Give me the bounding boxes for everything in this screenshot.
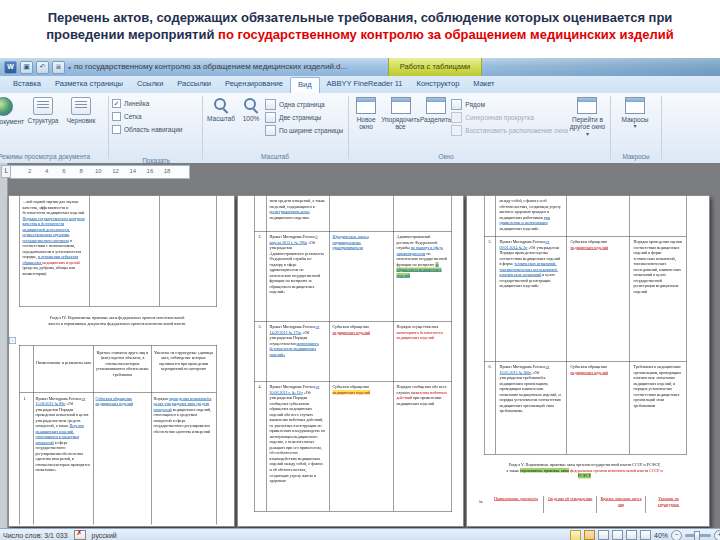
screenshot-root: Перечень актов, содержащих обязательные … (0, 0, 720, 540)
ribbon-separator (202, 96, 203, 159)
zoom-button[interactable]: Масштаб (205, 93, 237, 122)
checkbox-icon (112, 125, 121, 134)
table-move-handle[interactable]: + (9, 337, 16, 344)
cell-text: Приказ Минздрава России (270, 385, 316, 390)
table-cell: Порядок проведения испытаний в целях утв… (154, 396, 214, 435)
one-page-button[interactable]: Одна страница (265, 98, 343, 111)
table-border (630, 196, 631, 454)
page-width-button[interactable]: По ширине страницы (265, 124, 343, 137)
tab-mailings[interactable]: Рассылки (170, 76, 218, 93)
list-icon[interactable]: ≣ (52, 61, 65, 74)
macro-status-icon[interactable] (570, 530, 581, 540)
new-window-label: Новое окно (351, 116, 381, 131)
table-border (330, 196, 331, 511)
outline-view-button[interactable]: Структура (24, 93, 62, 124)
reset-window-icon (451, 125, 462, 136)
outline-icon (33, 97, 53, 115)
table-cell: …вой первой партии для оценки качества, … (23, 199, 87, 276)
word-count[interactable]: Число слов: 3/1 033 (3, 532, 68, 539)
outline-label: Структура (28, 117, 59, 124)
fullscreen-reading-view-button[interactable] (598, 530, 609, 540)
table-cell: между собой, о фактах и об обстоятельств… (500, 198, 563, 231)
web-layout-view-button[interactable] (612, 530, 623, 540)
ruler-checkbox-row[interactable]: ✓Линейка (112, 97, 200, 110)
table-cell: Порядок проведения оценки соответствия м… (634, 239, 684, 294)
zoom-slider-thumb[interactable] (694, 531, 700, 540)
horizontal-ruler[interactable]: 24681012141618 (10, 165, 190, 179)
cell-text: а также (506, 468, 520, 473)
group-label-views: Режимы просмотра документа (0, 153, 106, 160)
context-tab-table-tools[interactable]: Работа с таблицами (388, 58, 482, 76)
navpane-checkbox-label: Область навигации (124, 126, 182, 133)
arrange-all-label: Упорядочить все (381, 116, 420, 131)
two-pages-button[interactable]: Две страницы (265, 111, 343, 124)
quick-access-toolbar: W ▣ ↶ ≣ ▾ (4, 61, 71, 74)
document-page-3[interactable]: между собой, о фактах и об обстоятельств… (466, 195, 710, 527)
macros-button[interactable]: Макросы▾ (613, 93, 657, 130)
outline-view-status-button[interactable] (626, 530, 637, 540)
new-window-icon (356, 97, 376, 114)
split-button[interactable]: Разделить (420, 93, 451, 123)
reset-window-label: Восстановить расположение окна (465, 127, 568, 134)
zoom-100-button[interactable]: 100% (237, 93, 265, 122)
arrange-all-icon (391, 97, 411, 114)
tab-page-layout[interactable]: Разметка страницы (48, 76, 130, 93)
globe-icon (0, 97, 13, 116)
document-page-1[interactable]: …вой первой партии для оценки качества, … (8, 195, 235, 527)
table-border (496, 196, 497, 454)
cell-link[interactable]: Порядок государственного контроля качест… (23, 216, 85, 243)
view-side-by-side-button[interactable]: Рядом (451, 98, 568, 111)
cell-text: Субъекты обращения (571, 240, 607, 245)
table-cell: Порядок осуществления мониторинга безопа… (397, 324, 449, 341)
tab-review[interactable]: Рецензирование (218, 76, 290, 93)
section5-line3: РСФСР (578, 473, 591, 479)
macros-btn-label: Макросы (621, 116, 648, 123)
cell-text: типа средств измерений, а также сведений… (270, 199, 326, 209)
tab-layout[interactable]: Макет (466, 76, 501, 93)
group-label-window: Окно (351, 153, 541, 160)
save-icon[interactable]: ▣ (20, 61, 33, 74)
word-app-icon[interactable]: W (4, 61, 17, 74)
tab-view[interactable]: Вид (290, 77, 320, 93)
cell-link[interactable]: Субъекты обращения медицинских изделий (96, 396, 133, 406)
new-window-button[interactable]: Новое окно (351, 93, 381, 131)
gridlines-checkbox-row[interactable]: Сетка (112, 110, 200, 123)
zoom-in-button[interactable]: + (714, 530, 720, 540)
undo-icon[interactable]: ↶ (36, 61, 49, 74)
table-border (485, 236, 687, 237)
table-cell: Приказ Минздрава России от 15.08.2012 № … (36, 396, 92, 473)
header-cell: Наименование и реквизиты акта (36, 360, 92, 366)
draft-view-status-button[interactable] (640, 530, 651, 540)
sync-scrolling-icon (451, 112, 462, 123)
tab-design[interactable]: Конструктор (410, 76, 467, 93)
cell-link[interactable]: регистрационном досье (270, 210, 310, 215)
tab-abbyy[interactable]: ABBYY FineReader 11 (320, 76, 410, 93)
arrange-all-button[interactable]: Упорядочить все (381, 93, 420, 131)
tab-references[interactable]: Ссылки (130, 76, 170, 93)
cell-text: «Об утверждении Административного реглам… (270, 240, 325, 294)
zoom-level[interactable]: 40% (654, 532, 668, 539)
print-layout-view-button[interactable] (584, 530, 595, 540)
group-label-macros: Макросы (613, 153, 659, 160)
cell-text: между собой, о фактах и об обстоятельств… (500, 199, 561, 220)
table-border (160, 196, 161, 306)
zoom-slider[interactable] (685, 534, 711, 537)
ruler-number: 8 (73, 166, 90, 178)
zoom-out-button[interactable]: − (671, 530, 682, 540)
web-layout-button[interactable]: Веб-документ (0, 93, 24, 125)
table-cell: Субъекты обращения медицинских изделий (333, 324, 391, 335)
qat-dropdown-icon[interactable]: ▾ (68, 64, 71, 71)
proofing-errors-icon[interactable] (74, 530, 86, 540)
language-indicator[interactable]: русский (92, 532, 117, 539)
table-border (596, 496, 597, 513)
tab-insert[interactable]: Вставка (6, 76, 48, 93)
section4-line2: власти и нормативные документы федеральн… (17, 321, 217, 327)
table-border (90, 196, 91, 306)
table-cell: Административный регламент Федеральной с… (397, 234, 449, 278)
header-cell: Наименование документа (491, 496, 541, 502)
draft-view-button[interactable]: Черновик (62, 93, 100, 124)
switch-windows-button[interactable]: Перейти в другое окно▾ (568, 93, 607, 138)
document-page-2[interactable]: типа средств измерений, а также сведений… (237, 195, 464, 527)
cell-link[interactable]: Юридические лица и индивидуальные предпр… (333, 235, 369, 251)
navpane-checkbox-row[interactable]: Область навигации (112, 123, 200, 136)
